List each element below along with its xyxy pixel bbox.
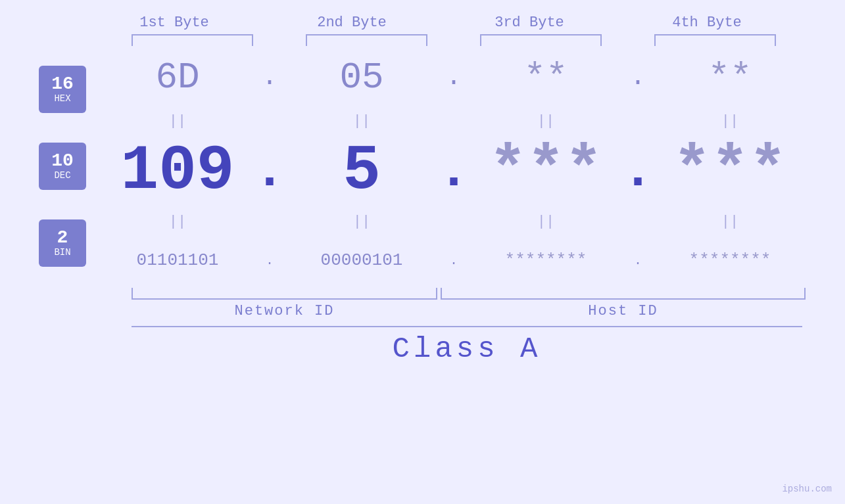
byte-headers: 1st Byte 2nd Byte 3rd Byte 4th Byte <box>85 14 845 31</box>
eq-2-3: || <box>457 214 635 230</box>
dec-cell-4: *** <box>641 135 819 207</box>
hex-val-4: ** <box>708 57 752 99</box>
class-bar <box>132 326 802 327</box>
bracket-host-id <box>441 288 806 300</box>
hex-badge-label: HEX <box>54 93 70 104</box>
hex-val-2: 05 <box>339 57 383 99</box>
dec-dot-2: . <box>450 141 457 201</box>
class-row: Class A <box>132 326 845 365</box>
hex-dot-1: . <box>266 62 273 92</box>
bin-cell-4: ******** <box>641 250 819 270</box>
bin-cell-3: ******** <box>457 250 635 270</box>
bottom-area: Network ID Host ID Class A <box>132 288 845 365</box>
bottom-brackets <box>132 288 845 300</box>
data-grid: 16 HEX 10 DEC 2 BIN 6D . <box>36 46 845 286</box>
bin-row: 01101101 . 00000101 . ******** . *******… <box>89 234 845 286</box>
hex-cell-2: 05 <box>273 57 450 99</box>
equals-row-2: || || || || <box>89 209 845 234</box>
dec-val-4: *** <box>673 135 787 207</box>
dec-cell-1: 109 <box>89 135 266 207</box>
bin-val-2: 00000101 <box>321 250 403 270</box>
byte-header-3: 3rd Byte <box>441 14 618 31</box>
hex-badge-num: 16 <box>51 75 74 93</box>
hex-badge: 16 HEX <box>39 66 86 113</box>
badges-column: 16 HEX 10 DEC 2 BIN <box>36 46 89 286</box>
bin-val-3: ******** <box>505 250 587 270</box>
bracket-network-id <box>132 288 437 300</box>
byte-header-1: 1st Byte <box>85 14 263 31</box>
main-layout: 1st Byte 2nd Byte 3rd Byte 4th Byte 16 H… <box>0 0 845 504</box>
bin-cell-1: 01101101 <box>89 250 266 270</box>
bracket-byte-1 <box>132 34 253 46</box>
dec-row: 109 . 5 . *** . *** <box>89 133 845 209</box>
eq-1-4: || <box>641 113 819 129</box>
eq-2-2: || <box>273 214 450 230</box>
eq-1-3: || <box>457 113 635 129</box>
dec-val-2: 5 <box>343 135 381 207</box>
host-id-label: Host ID <box>441 303 806 319</box>
hex-val-3: ** <box>523 57 567 99</box>
values-area: 6D . 05 . ** . ** || || <box>89 46 845 286</box>
bin-badge-label: BIN <box>54 247 70 258</box>
eq-2-1: || <box>89 214 266 230</box>
eq-2-4: || <box>641 214 819 230</box>
bin-val-4: ******** <box>689 250 771 270</box>
hex-cell-4: ** <box>641 57 819 99</box>
dec-badge-num: 10 <box>51 152 74 170</box>
hex-row: 6D . 05 . ** . ** <box>89 46 845 108</box>
hex-dot-2: . <box>450 62 457 92</box>
equals-row-1: || || || || <box>89 108 845 133</box>
dec-badge: 10 DEC <box>39 143 86 190</box>
dec-cell-3: *** <box>457 135 635 207</box>
bin-dot-3: . <box>635 253 641 268</box>
eq-1-2: || <box>273 113 450 129</box>
bin-val-1: 01101101 <box>137 250 219 270</box>
dec-val-3: *** <box>489 135 603 207</box>
top-brackets <box>132 34 845 46</box>
bin-dot-1: . <box>266 253 273 268</box>
bracket-byte-4 <box>654 34 776 46</box>
hex-val-1: 6D <box>155 57 199 99</box>
dec-dot-1: . <box>266 141 273 201</box>
bin-dot-2: . <box>450 253 457 268</box>
bin-badge-num: 2 <box>57 229 68 247</box>
eq-1-1: || <box>89 113 266 129</box>
dec-dot-3: . <box>635 141 641 201</box>
id-labels: Network ID Host ID <box>132 303 845 319</box>
bin-cell-2: 00000101 <box>273 250 450 270</box>
bracket-byte-3 <box>480 34 602 46</box>
watermark: ipshu.com <box>782 484 832 494</box>
dec-cell-2: 5 <box>273 135 450 207</box>
bin-badge: 2 BIN <box>39 219 86 267</box>
dec-badge-label: DEC <box>54 170 70 181</box>
byte-header-2: 2nd Byte <box>263 14 441 31</box>
class-label: Class A <box>132 332 802 365</box>
hex-dot-3: . <box>635 62 641 92</box>
network-id-label: Network ID <box>132 303 437 319</box>
hex-cell-1: 6D <box>89 57 266 99</box>
byte-header-4: 4th Byte <box>618 14 796 31</box>
hex-cell-3: ** <box>457 57 635 99</box>
dec-val-1: 109 <box>121 135 235 207</box>
bracket-byte-2 <box>306 34 427 46</box>
